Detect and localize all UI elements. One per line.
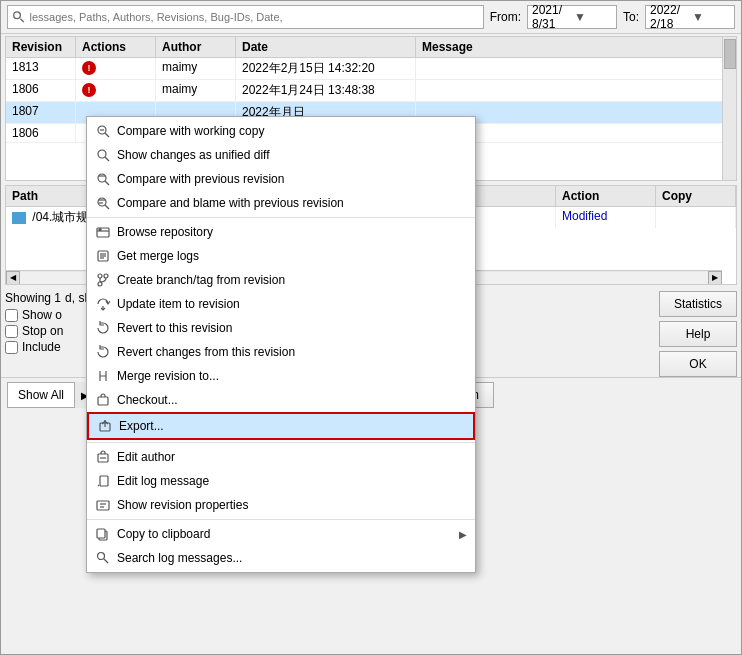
menu-separator bbox=[87, 442, 475, 443]
to-label: To: bbox=[623, 10, 639, 24]
stop-on-label: Stop on bbox=[22, 324, 63, 338]
menu-item-label: Revert to this revision bbox=[117, 321, 467, 335]
search-input[interactable] bbox=[29, 11, 478, 23]
showing-text: Showing 1 bbox=[5, 291, 61, 305]
svg-point-5 bbox=[98, 150, 106, 158]
to-date-dropdown-icon[interactable]: ▼ bbox=[688, 10, 730, 24]
path-col-copy: Copy bbox=[656, 186, 736, 206]
col-author: Author bbox=[156, 37, 236, 57]
action-error-icon: ! bbox=[82, 61, 96, 75]
cell-revision: 1807 bbox=[6, 102, 76, 123]
search-bar: From: 2021/ 8/31 ▼ To: 2022/ 2/18 ▼ bbox=[1, 1, 741, 34]
menu-separator bbox=[87, 519, 475, 520]
magnify-icon bbox=[95, 123, 111, 139]
compare-blame-icon bbox=[95, 195, 111, 211]
file-icon bbox=[12, 212, 26, 224]
from-date-field[interactable]: 2021/ 8/31 ▼ bbox=[527, 5, 617, 29]
stop-on-checkbox[interactable] bbox=[5, 325, 18, 338]
edit-log-icon bbox=[95, 473, 111, 489]
menu-search-log[interactable]: Search log messages... bbox=[87, 546, 475, 570]
menu-item-label: Copy to clipboard bbox=[117, 527, 453, 541]
revert-changes-icon bbox=[95, 344, 111, 360]
svg-point-10 bbox=[98, 198, 106, 206]
menu-merge-logs[interactable]: Get merge logs bbox=[87, 244, 475, 268]
menu-edit-author[interactable]: Edit author bbox=[87, 445, 475, 469]
svg-rect-30 bbox=[97, 501, 109, 510]
compare-prev-icon bbox=[95, 171, 111, 187]
menu-item-label: Create branch/tag from revision bbox=[117, 273, 467, 287]
menu-export[interactable]: Export... bbox=[87, 412, 475, 440]
menu-compare-blame[interactable]: Compare and blame with previous revision bbox=[87, 191, 475, 215]
search-input-wrapper[interactable] bbox=[7, 5, 484, 29]
table-header: Revision Actions Author Date Message bbox=[6, 37, 736, 58]
cell-actions: ! bbox=[76, 58, 156, 79]
show-all-button[interactable]: Show All bbox=[8, 383, 74, 407]
props-icon bbox=[95, 497, 111, 513]
unified-diff-icon bbox=[95, 147, 111, 163]
menu-update-item[interactable]: Update item to revision bbox=[87, 292, 475, 316]
menu-merge-revision[interactable]: Merge revision to... bbox=[87, 364, 475, 388]
menu-item-label: Compare and blame with previous revision bbox=[117, 196, 467, 210]
table-row[interactable]: 1813 ! maimy 2022年2月15日 14:32:20 bbox=[6, 58, 736, 80]
cell-date: 2022年1月24日 13:48:38 bbox=[236, 80, 416, 101]
svg-line-6 bbox=[105, 157, 109, 161]
cell-message bbox=[416, 58, 736, 79]
menu-compare-working[interactable]: Compare with working copy bbox=[87, 119, 475, 143]
menu-browse-repo[interactable]: Browse repository bbox=[87, 220, 475, 244]
ok-button[interactable]: OK bbox=[659, 351, 737, 377]
search-icon bbox=[12, 10, 25, 24]
table-scrollbar-v[interactable] bbox=[722, 37, 736, 180]
menu-item-label: Compare with working copy bbox=[117, 124, 467, 138]
menu-checkout[interactable]: Checkout... bbox=[87, 388, 475, 412]
merge-log-icon bbox=[95, 248, 111, 264]
path-col-action: Action bbox=[556, 186, 656, 206]
menu-item-label: Checkout... bbox=[117, 393, 467, 407]
include-checkbox[interactable] bbox=[5, 341, 18, 354]
menu-item-label: Compare with previous revision bbox=[117, 172, 467, 186]
svg-line-36 bbox=[104, 559, 108, 563]
cell-revision: 1806 bbox=[6, 80, 76, 101]
menu-item-label: Browse repository bbox=[117, 225, 467, 239]
table-row[interactable]: 1806 ! maimy 2022年1月24日 13:48:38 bbox=[6, 80, 736, 102]
menu-edit-log[interactable]: Edit log message bbox=[87, 469, 475, 493]
menu-revert-changes[interactable]: Revert changes from this revision bbox=[87, 340, 475, 364]
svg-rect-29 bbox=[100, 476, 108, 486]
to-date-value: 2022/ 2/18 bbox=[650, 3, 688, 31]
statistics-button[interactable]: Statistics bbox=[659, 291, 737, 317]
svg-point-20 bbox=[98, 274, 102, 278]
svg-point-0 bbox=[14, 12, 21, 19]
svg-point-15 bbox=[99, 229, 101, 231]
svg-point-35 bbox=[98, 553, 105, 560]
show-o-checkbox[interactable] bbox=[5, 309, 18, 322]
action-modified: Modified bbox=[562, 209, 607, 223]
to-date-field[interactable]: 2022/ 2/18 ▼ bbox=[645, 5, 735, 29]
scrollbar-right-btn[interactable]: ▶ bbox=[708, 271, 722, 285]
col-date: Date bbox=[236, 37, 416, 57]
svg-point-21 bbox=[104, 274, 108, 278]
menu-create-branch[interactable]: Create branch/tag from revision bbox=[87, 268, 475, 292]
menu-show-props[interactable]: Show revision properties bbox=[87, 493, 475, 517]
svg-point-7 bbox=[98, 174, 106, 182]
from-date-value: 2021/ 8/31 bbox=[532, 3, 570, 31]
help-button[interactable]: Help bbox=[659, 321, 737, 347]
from-date-dropdown-icon[interactable]: ▼ bbox=[570, 10, 612, 24]
action-error-icon: ! bbox=[82, 83, 96, 97]
menu-compare-prev[interactable]: Compare with previous revision bbox=[87, 167, 475, 191]
main-window: From: 2021/ 8/31 ▼ To: 2022/ 2/18 ▼ Revi… bbox=[0, 0, 742, 655]
cell-actions: ! bbox=[76, 80, 156, 101]
svg-line-8 bbox=[105, 181, 109, 185]
export-icon bbox=[97, 418, 113, 434]
search-log-icon bbox=[95, 550, 111, 566]
svg-point-22 bbox=[98, 282, 102, 286]
menu-item-label: Show revision properties bbox=[117, 498, 467, 512]
scrollbar-left-btn[interactable]: ◀ bbox=[6, 271, 20, 285]
from-label: From: bbox=[490, 10, 521, 24]
svg-rect-34 bbox=[97, 529, 105, 538]
menu-item-label: Edit author bbox=[117, 450, 467, 464]
svg-line-11 bbox=[105, 205, 109, 209]
menu-show-unified[interactable]: Show changes as unified diff bbox=[87, 143, 475, 167]
menu-copy-clipboard[interactable]: Copy to clipboard ▶ bbox=[87, 522, 475, 546]
menu-item-label: Get merge logs bbox=[117, 249, 467, 263]
menu-revert[interactable]: Revert to this revision bbox=[87, 316, 475, 340]
show-all-wrapper: Show All ▶ bbox=[7, 382, 95, 408]
